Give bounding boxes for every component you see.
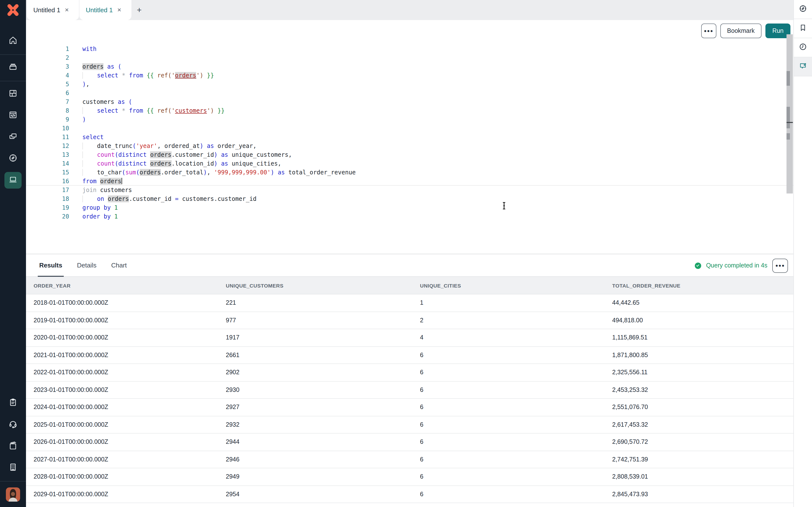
results-table-header: ORDER_YEARUNIQUE_CUSTOMERSUNIQUE_CITIEST… — [26, 277, 793, 294]
table-row-12[interactable]: 2029-01-01T00:00:00.000Z295462,845,473.9… — [26, 486, 793, 503]
code-line-1: 1with — [26, 45, 793, 53]
line-number: 8 — [26, 106, 69, 115]
divider — [0, 481, 26, 482]
code-line-7: 7customers as ( — [26, 98, 793, 106]
code-text: select — [83, 133, 104, 142]
table-cell: 6 — [420, 491, 612, 498]
divider — [0, 54, 26, 55]
code-text: with — [83, 45, 97, 53]
results-tab-results[interactable]: Results — [38, 254, 64, 277]
headset-icon — [8, 419, 18, 430]
document-tab-2[interactable]: Untitled 1✕ — [80, 0, 132, 20]
column-header-order_year[interactable]: ORDER_YEAR — [34, 282, 226, 288]
right-sidebar-item-history[interactable] — [794, 38, 812, 57]
table-cell: 221 — [226, 299, 420, 306]
table-cell: 1917 — [226, 334, 420, 341]
code-line-19: 19group by 1 — [26, 203, 793, 212]
right-sidebar-item-explore[interactable] — [794, 0, 812, 19]
bookmark-button[interactable]: Bookmark — [720, 23, 762, 38]
indent-guide — [83, 151, 97, 158]
sidebar-item-organization[interactable] — [0, 457, 26, 478]
sidebar-item-support[interactable] — [0, 414, 26, 436]
code-line-5: 5), — [26, 80, 793, 89]
results-tabbar: ResultsDetailsChart — [26, 254, 793, 277]
right-sidebar-item-bookmarks[interactable] — [794, 19, 812, 38]
right-sidebar-item-ai-comment[interactable] — [794, 57, 812, 76]
table-row-5[interactable]: 2022-01-01T00:00:00.000Z290262,325,556.1… — [26, 364, 793, 381]
sidebar-item-code-window[interactable] — [0, 105, 26, 126]
table-row-11[interactable]: 2028-01-01T00:00:00.000Z294962,808,539.0… — [26, 468, 793, 486]
indent-guide — [83, 160, 97, 167]
sidebar-item-clipboard[interactable] — [0, 392, 26, 414]
user-avatar[interactable] — [0, 484, 26, 505]
code-line-13: 13 count(distinct orders.customer_id) as… — [26, 150, 793, 159]
tab-label: Untitled 1 — [33, 6, 60, 14]
sidebar-item-workspace[interactable] — [0, 169, 26, 191]
editor-scrollbar[interactable] — [786, 34, 793, 193]
main-area: Untitled 1✕Untitled 1✕+ ●●● Bookmark Run… — [26, 0, 793, 507]
scrollbar-marker — [786, 133, 790, 139]
sidebar-nav — [0, 20, 26, 191]
sidebar-item-explore[interactable] — [0, 148, 26, 169]
table-row-6[interactable]: 2023-01-01T00:00:00.000Z293062,453,253.3… — [26, 381, 793, 399]
table-cell: 6 — [420, 369, 612, 376]
line-number: 2 — [26, 53, 69, 62]
compass-icon — [8, 153, 18, 164]
close-icon[interactable]: ✕ — [65, 8, 69, 13]
code-text: to_char(sum(orders.order_total), '999,99… — [83, 168, 356, 177]
results-tab-chart[interactable]: Chart — [110, 254, 128, 276]
table-row-10[interactable]: 2027-01-01T00:00:00.000Z294662,742,751.3… — [26, 451, 793, 468]
new-tab-button[interactable]: + — [132, 0, 147, 20]
sidebar-item-docs[interactable] — [0, 436, 26, 457]
table-row-7[interactable]: 2024-01-01T00:00:00.000Z292762,551,076.7… — [26, 399, 793, 416]
sql-code-editor[interactable]: 1with23orders as (4 select * from {{ ref… — [26, 42, 793, 253]
code-line-2: 2 — [26, 53, 793, 62]
code-text: count(distinct orders.customer_id) as un… — [83, 150, 292, 159]
table-cell: 2024-01-01T00:00:00.000Z — [34, 404, 226, 411]
table-cell: 2949 — [226, 473, 420, 480]
table-cell: 6 — [420, 473, 612, 480]
clipboard-icon — [8, 397, 18, 409]
query-status-text: Query completed in 4s — [706, 262, 767, 269]
table-row-2[interactable]: 2019-01-01T00:00:00.000Z9772494,818.00 — [26, 312, 793, 329]
plus-icon: + — [137, 5, 142, 15]
table-row-13[interactable]: 2030-01-01T00:00:00.000Z287961,841,049.3… — [26, 503, 793, 507]
indent-guide — [83, 169, 97, 176]
table-cell: 2 — [420, 317, 612, 324]
table-row-3[interactable]: 2020-01-01T00:00:00.000Z191741,115,869.5… — [26, 329, 793, 347]
line-number: 12 — [26, 142, 69, 150]
app-logo[interactable] — [0, 0, 26, 20]
sidebar-item-layout[interactable] — [0, 83, 26, 105]
table-row-4[interactable]: 2021-01-01T00:00:00.000Z266161,871,800.8… — [26, 347, 793, 364]
column-header-unique_customers[interactable]: UNIQUE_CUSTOMERS — [226, 282, 420, 288]
column-header-total_order_revenue[interactable]: TOTAL_ORDER_REVENUE — [612, 282, 793, 288]
book-icon — [8, 441, 18, 452]
scrollbar-thumb[interactable] — [786, 107, 790, 128]
column-header-unique_cities[interactable]: UNIQUE_CITIES — [420, 282, 612, 288]
table-row-9[interactable]: 2026-01-01T00:00:00.000Z294462,690,570.7… — [26, 434, 793, 451]
table-cell: 6 — [420, 352, 612, 358]
table-cell: 6 — [420, 387, 612, 393]
document-tabbar: Untitled 1✕Untitled 1✕+ — [26, 0, 793, 20]
sidebar-item-home[interactable] — [0, 31, 26, 52]
table-cell: 2,551,076.70 — [612, 404, 793, 411]
results-more-options-button[interactable]: ●●● — [772, 259, 788, 273]
cell-more-options-button[interactable]: ●●● — [701, 23, 716, 38]
table-cell: 2927 — [226, 404, 420, 411]
results-tab-details[interactable]: Details — [75, 254, 98, 276]
sidebar-item-windows[interactable] — [0, 126, 26, 148]
close-icon[interactable]: ✕ — [117, 8, 121, 13]
table-cell: 2019-01-01T00:00:00.000Z — [34, 317, 226, 324]
line-number: 11 — [26, 133, 69, 142]
document-tab-1[interactable]: Untitled 1✕ — [27, 0, 79, 20]
clock-icon — [799, 42, 807, 53]
table-row-8[interactable]: 2025-01-01T00:00:00.000Z293262,617,453.3… — [26, 416, 793, 434]
text-caret — [121, 178, 122, 184]
table-cell: 6 — [420, 404, 612, 411]
right-sidebar — [793, 0, 812, 507]
code-text: orders as ( — [83, 62, 121, 71]
windows-icon — [8, 131, 18, 143]
table-row-1[interactable]: 2018-01-01T00:00:00.000Z221144,442.65 — [26, 294, 793, 312]
line-number: 6 — [26, 89, 69, 98]
sidebar-item-archive[interactable] — [0, 57, 26, 78]
